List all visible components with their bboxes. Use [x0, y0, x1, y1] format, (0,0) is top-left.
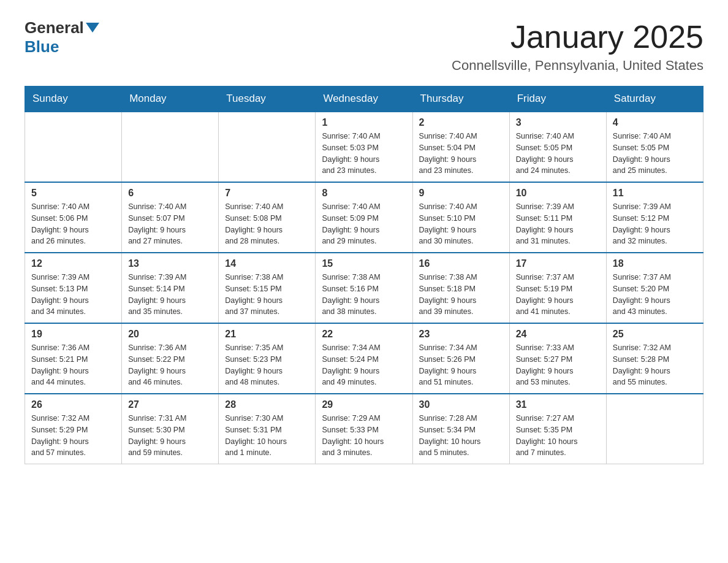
day-info: Sunrise: 7:40 AM Sunset: 5:07 PM Dayligh… — [128, 201, 212, 247]
day-info: Sunrise: 7:37 AM Sunset: 5:19 PM Dayligh… — [516, 272, 600, 318]
calendar-cell: 6Sunrise: 7:40 AM Sunset: 5:07 PM Daylig… — [122, 182, 219, 253]
day-number: 27 — [128, 399, 212, 410]
calendar-subtitle: Connellsville, Pennsylvania, United Stat… — [452, 58, 703, 74]
day-info: Sunrise: 7:39 AM Sunset: 5:13 PM Dayligh… — [31, 272, 115, 318]
day-number: 23 — [419, 329, 503, 340]
day-number: 3 — [516, 117, 600, 128]
day-info: Sunrise: 7:27 AM Sunset: 5:35 PM Dayligh… — [516, 413, 600, 459]
calendar-cell: 5Sunrise: 7:40 AM Sunset: 5:06 PM Daylig… — [25, 182, 122, 253]
day-info: Sunrise: 7:39 AM Sunset: 5:12 PM Dayligh… — [613, 201, 697, 247]
day-info: Sunrise: 7:40 AM Sunset: 5:05 PM Dayligh… — [613, 131, 697, 177]
day-number: 12 — [31, 258, 115, 269]
day-info: Sunrise: 7:38 AM Sunset: 5:15 PM Dayligh… — [225, 272, 309, 318]
day-number: 22 — [322, 329, 406, 340]
day-number: 31 — [516, 399, 600, 410]
day-info: Sunrise: 7:40 AM Sunset: 5:04 PM Dayligh… — [419, 131, 503, 177]
day-info: Sunrise: 7:33 AM Sunset: 5:27 PM Dayligh… — [516, 342, 600, 388]
calendar-cell: 13Sunrise: 7:39 AM Sunset: 5:14 PM Dayli… — [122, 253, 219, 323]
logo-blue: Blue — [25, 37, 59, 56]
calendar-cell: 10Sunrise: 7:39 AM Sunset: 5:11 PM Dayli… — [509, 182, 606, 253]
day-header-saturday: Saturday — [606, 86, 703, 112]
day-number: 28 — [225, 399, 309, 410]
calendar-cell: 16Sunrise: 7:38 AM Sunset: 5:18 PM Dayli… — [412, 253, 509, 323]
day-info: Sunrise: 7:32 AM Sunset: 5:28 PM Dayligh… — [613, 342, 697, 388]
day-header-wednesday: Wednesday — [316, 86, 412, 112]
calendar-cell: 23Sunrise: 7:34 AM Sunset: 5:26 PM Dayli… — [412, 323, 509, 394]
day-info: Sunrise: 7:40 AM Sunset: 5:08 PM Dayligh… — [225, 201, 309, 247]
day-info: Sunrise: 7:38 AM Sunset: 5:18 PM Dayligh… — [419, 272, 503, 318]
day-header-sunday: Sunday — [25, 86, 122, 112]
day-header-friday: Friday — [509, 86, 606, 112]
calendar-cell: 15Sunrise: 7:38 AM Sunset: 5:16 PM Dayli… — [316, 253, 412, 323]
day-info: Sunrise: 7:34 AM Sunset: 5:24 PM Dayligh… — [322, 342, 406, 388]
day-header-monday: Monday — [122, 86, 219, 112]
day-info: Sunrise: 7:40 AM Sunset: 5:05 PM Dayligh… — [516, 131, 600, 177]
calendar-cell: 24Sunrise: 7:33 AM Sunset: 5:27 PM Dayli… — [509, 323, 606, 394]
logo-arrow-icon — [86, 20, 99, 34]
calendar-cell: 11Sunrise: 7:39 AM Sunset: 5:12 PM Dayli… — [606, 182, 703, 253]
week-row-4: 19Sunrise: 7:36 AM Sunset: 5:21 PM Dayli… — [25, 323, 703, 394]
day-number: 21 — [225, 329, 309, 340]
svg-marker-0 — [86, 23, 99, 33]
day-number: 8 — [322, 188, 406, 199]
day-number: 4 — [613, 117, 697, 128]
day-number: 13 — [128, 258, 212, 269]
day-info: Sunrise: 7:40 AM Sunset: 5:06 PM Dayligh… — [31, 201, 115, 247]
day-info: Sunrise: 7:30 AM Sunset: 5:31 PM Dayligh… — [225, 413, 309, 459]
week-row-5: 26Sunrise: 7:32 AM Sunset: 5:29 PM Dayli… — [25, 394, 703, 464]
calendar-cell: 26Sunrise: 7:32 AM Sunset: 5:29 PM Dayli… — [25, 394, 122, 464]
day-number: 1 — [322, 117, 406, 128]
day-info: Sunrise: 7:35 AM Sunset: 5:23 PM Dayligh… — [225, 342, 309, 388]
calendar-cell — [25, 112, 122, 182]
day-info: Sunrise: 7:37 AM Sunset: 5:20 PM Dayligh… — [613, 272, 697, 318]
calendar-cell: 4Sunrise: 7:40 AM Sunset: 5:05 PM Daylig… — [606, 112, 703, 182]
calendar-cell: 1Sunrise: 7:40 AM Sunset: 5:03 PM Daylig… — [316, 112, 412, 182]
day-header-tuesday: Tuesday — [219, 86, 316, 112]
calendar-cell — [606, 394, 703, 464]
logo: General Blue — [25, 18, 99, 56]
day-info: Sunrise: 7:34 AM Sunset: 5:26 PM Dayligh… — [419, 342, 503, 388]
calendar-cell: 25Sunrise: 7:32 AM Sunset: 5:28 PM Dayli… — [606, 323, 703, 394]
day-number: 10 — [516, 188, 600, 199]
day-number: 6 — [128, 188, 212, 199]
day-info: Sunrise: 7:39 AM Sunset: 5:11 PM Dayligh… — [516, 201, 600, 247]
calendar-cell: 30Sunrise: 7:28 AM Sunset: 5:34 PM Dayli… — [412, 394, 509, 464]
day-info: Sunrise: 7:29 AM Sunset: 5:33 PM Dayligh… — [322, 413, 406, 459]
day-info: Sunrise: 7:36 AM Sunset: 5:22 PM Dayligh… — [128, 342, 212, 388]
week-row-3: 12Sunrise: 7:39 AM Sunset: 5:13 PM Dayli… — [25, 253, 703, 323]
day-info: Sunrise: 7:40 AM Sunset: 5:03 PM Dayligh… — [322, 131, 406, 177]
day-number: 15 — [322, 258, 406, 269]
calendar-cell — [122, 112, 219, 182]
day-number: 25 — [613, 329, 697, 340]
day-number: 11 — [613, 188, 697, 199]
day-number: 16 — [419, 258, 503, 269]
calendar-cell: 12Sunrise: 7:39 AM Sunset: 5:13 PM Dayli… — [25, 253, 122, 323]
page-header: General Blue January 2025 Connellsville,… — [25, 18, 703, 74]
day-header-thursday: Thursday — [412, 86, 509, 112]
calendar-cell: 17Sunrise: 7:37 AM Sunset: 5:19 PM Dayli… — [509, 253, 606, 323]
calendar-cell: 18Sunrise: 7:37 AM Sunset: 5:20 PM Dayli… — [606, 253, 703, 323]
day-number: 24 — [516, 329, 600, 340]
calendar-cell: 29Sunrise: 7:29 AM Sunset: 5:33 PM Dayli… — [316, 394, 412, 464]
day-info: Sunrise: 7:40 AM Sunset: 5:10 PM Dayligh… — [419, 201, 503, 247]
calendar-cell: 20Sunrise: 7:36 AM Sunset: 5:22 PM Dayli… — [122, 323, 219, 394]
day-number: 9 — [419, 188, 503, 199]
week-row-1: 1Sunrise: 7:40 AM Sunset: 5:03 PM Daylig… — [25, 112, 703, 182]
day-number: 26 — [31, 399, 115, 410]
day-number: 17 — [516, 258, 600, 269]
logo-general: General — [25, 18, 84, 37]
calendar-cell: 28Sunrise: 7:30 AM Sunset: 5:31 PM Dayli… — [219, 394, 316, 464]
day-number: 19 — [31, 329, 115, 340]
day-number: 18 — [613, 258, 697, 269]
calendar-cell: 27Sunrise: 7:31 AM Sunset: 5:30 PM Dayli… — [122, 394, 219, 464]
calendar-title: January 2025 — [452, 18, 703, 55]
day-number: 14 — [225, 258, 309, 269]
days-header-row: SundayMondayTuesdayWednesdayThursdayFrid… — [25, 86, 703, 112]
day-number: 5 — [31, 188, 115, 199]
calendar-cell: 7Sunrise: 7:40 AM Sunset: 5:08 PM Daylig… — [219, 182, 316, 253]
calendar-cell: 2Sunrise: 7:40 AM Sunset: 5:04 PM Daylig… — [412, 112, 509, 182]
calendar-cell: 31Sunrise: 7:27 AM Sunset: 5:35 PM Dayli… — [509, 394, 606, 464]
day-info: Sunrise: 7:32 AM Sunset: 5:29 PM Dayligh… — [31, 413, 115, 459]
day-number: 29 — [322, 399, 406, 410]
calendar-cell — [219, 112, 316, 182]
